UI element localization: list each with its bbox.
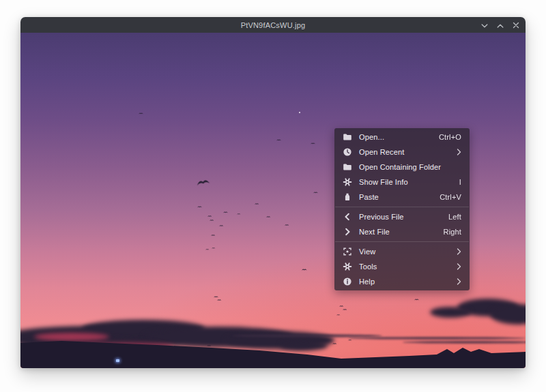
menu-item-label: Paste <box>359 193 433 201</box>
menu-item-open-recent[interactable]: Open Recent <box>334 145 470 160</box>
menu-item-show-file-info[interactable]: Show File Info I <box>334 175 470 190</box>
star-dot <box>299 112 300 113</box>
chevron-left-icon <box>343 212 352 222</box>
folder-icon <box>343 162 352 172</box>
submenu-arrow-icon <box>457 263 461 270</box>
submenu-arrow-icon <box>457 248 461 255</box>
menu-item-shortcut: Right <box>444 228 461 236</box>
menu-separator <box>335 241 469 242</box>
bird <box>207 215 212 217</box>
submenu-arrow-icon <box>457 149 461 155</box>
bird <box>219 224 223 227</box>
bird <box>214 295 218 298</box>
chevron-down-icon <box>481 19 488 31</box>
menu-item-shortcut: Ctrl+O <box>439 133 461 141</box>
bird <box>210 219 214 222</box>
window-controls <box>481 17 519 33</box>
close-icon <box>513 19 519 31</box>
bird <box>343 308 347 311</box>
menu-item-previous-file[interactable]: Previous File Left <box>334 209 470 224</box>
bird <box>332 342 336 345</box>
bird <box>313 191 318 194</box>
view-frame-icon <box>343 247 352 256</box>
menu-item-view[interactable]: View <box>334 244 470 259</box>
bird <box>336 314 341 316</box>
cloud <box>430 307 471 318</box>
menu-item-open-containing-folder[interactable]: Open Containing Folder <box>334 160 470 175</box>
image-viewer-window: PtVN9fACsWU.jpg <box>20 17 526 368</box>
bird <box>212 247 216 249</box>
bird <box>217 299 221 301</box>
menu-item-label: Previous File <box>359 213 442 221</box>
menu-item-label: Open Containing Folder <box>359 163 461 171</box>
menu-item-label: Help <box>359 277 450 286</box>
window-title: PtVN9fACsWU.jpg <box>241 21 306 29</box>
bird <box>266 215 270 218</box>
menu-item-label: Next File <box>359 228 437 236</box>
hills-silhouette <box>20 320 526 368</box>
bird <box>276 138 281 141</box>
context-menu: Open... Ctrl+O Open Recent Open Containi… <box>334 128 470 290</box>
bird <box>223 211 228 213</box>
bird <box>197 205 202 208</box>
folder-icon <box>343 132 352 142</box>
menu-item-paste[interactable]: Paste Ctrl+V <box>334 190 470 205</box>
bird <box>139 112 143 115</box>
menu-item-label: View <box>359 247 450 256</box>
menu-item-shortcut: Left <box>448 213 461 221</box>
bird <box>211 234 215 237</box>
bird <box>285 224 289 226</box>
bird <box>311 142 315 145</box>
menu-item-label: Show File Info <box>359 178 452 186</box>
menu-item-label: Tools <box>359 262 450 271</box>
distant-light <box>116 359 119 362</box>
desktop: PtVN9fACsWU.jpg <box>0 0 546 392</box>
info-icon <box>343 277 352 286</box>
chevron-right-icon <box>343 227 352 237</box>
gear-icon <box>343 262 352 271</box>
bird <box>255 202 259 205</box>
menu-item-help[interactable]: Help <box>334 274 470 289</box>
titlebar[interactable]: PtVN9fACsWU.jpg <box>20 17 526 33</box>
menu-item-label: Open Recent <box>359 148 450 156</box>
clock-icon <box>343 147 352 157</box>
maximize-button[interactable] <box>497 19 504 31</box>
bird <box>205 248 210 250</box>
menu-item-next-file[interactable]: Next File Right <box>334 224 470 239</box>
close-button[interactable] <box>513 19 519 31</box>
bird <box>207 344 211 347</box>
paste-icon <box>343 192 352 202</box>
bird <box>348 339 352 341</box>
submenu-arrow-icon <box>457 278 461 285</box>
gear-icon <box>343 177 352 187</box>
minimize-button[interactable] <box>481 19 488 31</box>
bird <box>414 298 419 301</box>
bird <box>339 305 343 307</box>
chevron-up-icon <box>497 19 504 31</box>
menu-item-tools[interactable]: Tools <box>334 259 470 274</box>
menu-item-shortcut: I <box>459 178 461 186</box>
image-canvas[interactable]: Open... Ctrl+O Open Recent Open Containi… <box>20 33 526 368</box>
bird <box>302 268 307 271</box>
menu-separator <box>335 207 469 207</box>
menu-item-open[interactable]: Open... Ctrl+O <box>334 130 470 145</box>
bird <box>237 213 241 215</box>
menu-item-shortcut: Ctrl+V <box>440 193 461 201</box>
menu-item-label: Open... <box>359 133 432 141</box>
